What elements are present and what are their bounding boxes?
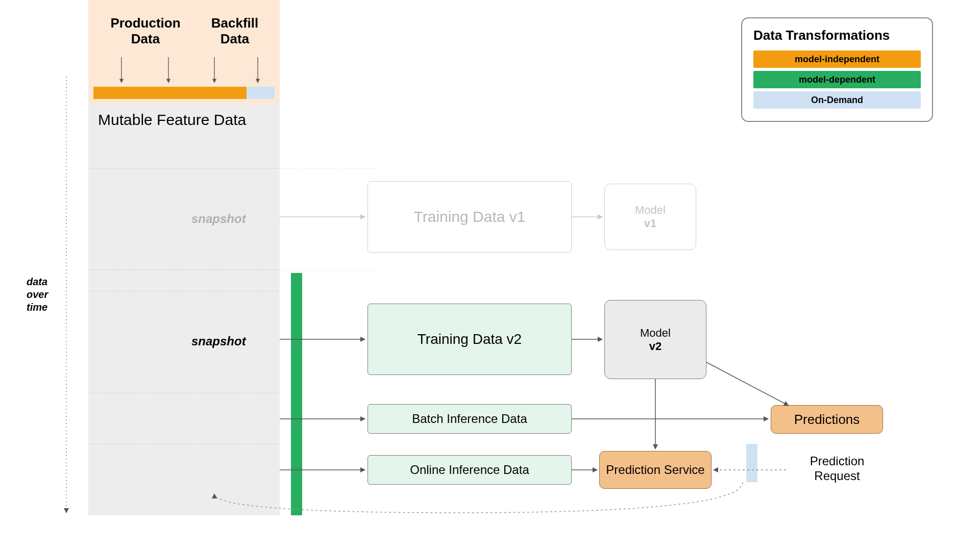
feature-bar-on-demand xyxy=(247,87,275,99)
text: Request xyxy=(814,469,860,483)
svg-line-16 xyxy=(706,362,789,406)
box-training-data-v2: Training Data v2 xyxy=(368,304,572,375)
box-prediction-service: Prediction Service xyxy=(599,451,712,489)
text: Prediction xyxy=(810,454,865,468)
row-batch xyxy=(88,393,280,444)
text: Batch Inference Data xyxy=(412,412,527,426)
label-backfill-data: Backfill Data xyxy=(199,15,271,47)
box-online-inference-data: Online Inference Data xyxy=(368,455,572,485)
text: Backfill Data xyxy=(211,15,259,46)
legend-title: Data Transformations xyxy=(753,28,921,43)
label-mutable-feature-data: Mutable Feature Data xyxy=(98,111,246,129)
bar-model-dependent xyxy=(291,273,302,515)
row-snapshot-v2 xyxy=(88,291,280,393)
text: Model xyxy=(640,327,671,339)
label-prediction-request: Prediction Request xyxy=(786,454,888,484)
row-snapshot-v1 xyxy=(88,168,280,270)
label-production-data: Production Data xyxy=(102,15,189,47)
box-training-data-v1: Training Data v1 xyxy=(368,181,572,253)
text: v2 xyxy=(649,340,662,353)
text: Prediction Service xyxy=(606,463,704,478)
label-axis-data-over-time: dataovertime xyxy=(27,276,62,314)
legend-item-on-demand: On-Demand xyxy=(753,91,921,109)
label-snapshot-v2: snapshot xyxy=(191,334,246,348)
text: Training Data v2 xyxy=(418,331,522,347)
box-model-v1: Modelv1 xyxy=(604,184,696,250)
bar-on-demand xyxy=(746,444,757,482)
label-snapshot-v1: snapshot xyxy=(191,212,246,226)
diagram-canvas: { "legend": { "title": "Data Transformat… xyxy=(0,0,980,551)
box-predictions: Predictions xyxy=(771,405,883,434)
row-online xyxy=(88,444,280,495)
text: Predictions xyxy=(794,412,860,428)
text: Model xyxy=(635,204,666,216)
box-batch-inference-data: Batch Inference Data xyxy=(368,404,572,434)
legend-panel: Data Transformations model-independent m… xyxy=(741,17,933,122)
text: Production Data xyxy=(110,15,180,46)
legend-item-model-dependent: model-dependent xyxy=(753,71,921,88)
text: Online Inference Data xyxy=(410,463,529,477)
text: Training Data v1 xyxy=(414,208,526,226)
box-model-v2: Modelv2 xyxy=(604,300,706,379)
feature-bar-model-independent xyxy=(93,87,247,99)
legend-item-model-independent: model-independent xyxy=(753,51,921,68)
text: v1 xyxy=(644,217,656,230)
